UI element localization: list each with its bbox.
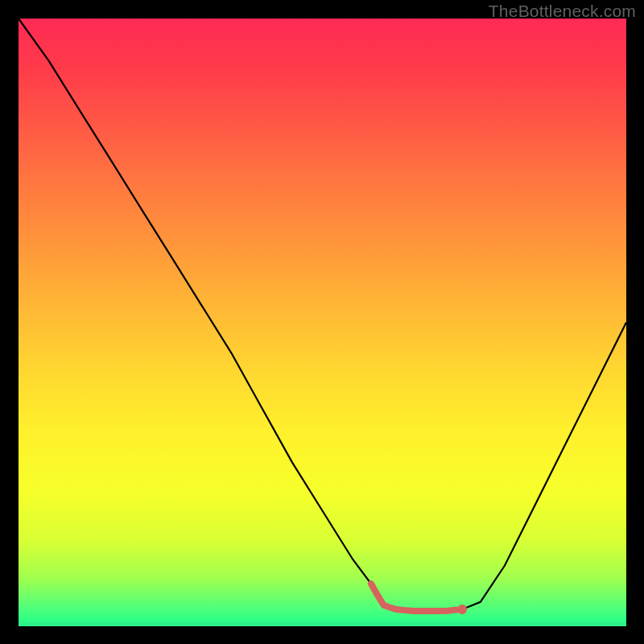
- chart-frame: TheBottleneck.com: [0, 0, 644, 644]
- watermark-text: TheBottleneck.com: [489, 2, 636, 21]
- bottleneck-curve: [19, 19, 626, 611]
- optimal-range-segment: [371, 584, 456, 611]
- curve-svg: [19, 19, 626, 626]
- optimal-point-dot: [457, 605, 467, 614]
- plot-area: [19, 19, 626, 626]
